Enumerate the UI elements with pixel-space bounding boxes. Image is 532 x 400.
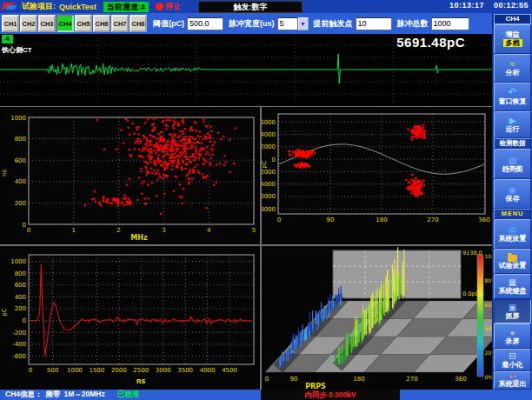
horizontal-divider — [0, 244, 492, 246]
gain-button[interactable]: 增益 多档 — [494, 24, 531, 54]
svg-text:100%: 100% — [485, 253, 493, 259]
channel-button-ch7[interactable]: CH7 — [111, 15, 129, 32]
status-bar: CH4信息： 频带 1M～20MHz 已校准 内同步 0.000kV — [0, 390, 532, 400]
trigger-mode-box[interactable]: 触发:数字 — [198, 1, 303, 13]
current-channel-badge: 当前通道:4 — [103, 2, 149, 12]
title-bar: 试验项目: QuickTest 当前通道:4 停止 触发:数字 10:13:17… — [0, 0, 532, 13]
channel-button-ch2[interactable]: CH2 — [20, 15, 37, 32]
section-menu: MENU — [494, 209, 531, 219]
svg-text:0%: 0% — [485, 374, 493, 380]
pretrigger-label: 提前触发点 — [314, 18, 353, 30]
prpd-phase-chart: 6000400020000-2000-4000-6000-80000901802… — [262, 107, 492, 244]
channel-button-ch1[interactable]: CH1 — [2, 15, 19, 32]
channel-number-badge: 4 — [2, 35, 13, 43]
sync-voltage-readout: 内同步 0.000kV — [261, 390, 400, 400]
svg-text:ns: ns — [1, 170, 8, 177]
stop-label: 停止 — [165, 1, 181, 12]
svg-text:-200: -200 — [12, 330, 26, 337]
vertical-divider — [260, 107, 262, 390]
analysis-button[interactable]: ≈ 分析 — [494, 54, 531, 83]
trend-chart-button[interactable]: ▤ 趋势图 — [494, 149, 531, 179]
svg-text:20%: 20% — [485, 350, 493, 356]
channel-button-ch5[interactable]: CH5 — [75, 15, 92, 32]
svg-text:1000: 1000 — [10, 115, 26, 122]
system-exit-button[interactable]: ↩ 系统退出 — [494, 371, 531, 390]
svg-text:3000: 3000 — [156, 367, 171, 374]
charge-reading: 5691.48pC — [396, 35, 465, 50]
svg-text:270: 270 — [406, 376, 417, 383]
svg-text:1: 1 — [72, 227, 76, 234]
test-settings-button[interactable]: 试验设置 — [494, 249, 531, 274]
svg-text:4000: 4000 — [262, 131, 276, 138]
svg-text:pC: pC — [1, 308, 8, 316]
svg-text:-8000: -8000 — [262, 206, 276, 213]
svg-text:600: 600 — [15, 157, 26, 164]
svg-text:1000: 1000 — [10, 258, 26, 265]
stop-indicator[interactable]: 停止 — [156, 1, 181, 12]
svg-text:90: 90 — [327, 217, 335, 223]
svg-text:pC: pC — [262, 160, 268, 168]
channel-button-ch3[interactable]: CH3 — [38, 15, 56, 32]
exit-icon: ↩ — [509, 373, 516, 380]
stop-icon — [156, 3, 163, 10]
svg-text:270: 270 — [427, 217, 438, 223]
record-icon: ● — [509, 328, 515, 337]
svg-text:MHz: MHz — [130, 234, 148, 242]
chevron-down-icon[interactable]: ▼ — [298, 17, 309, 30]
folder-icon — [508, 255, 517, 262]
sensor-label: 铁心侧CT — [2, 45, 32, 55]
svg-text:4500: 4500 — [222, 367, 237, 374]
svg-text:500: 500 — [47, 367, 58, 374]
svg-text:4000: 4000 — [200, 367, 216, 374]
svg-text:5: 5 — [252, 227, 256, 234]
svg-text:180: 180 — [353, 376, 364, 383]
project-name: QuickTest — [59, 3, 96, 11]
threshold-input[interactable] — [187, 17, 223, 30]
globe-icon: ◎ — [509, 225, 517, 235]
run-button[interactable]: ▶ 运行 — [494, 111, 531, 139]
svg-text:90: 90 — [290, 376, 298, 383]
svg-text:-4000: -4000 — [262, 181, 276, 188]
pulse-total-input[interactable] — [431, 17, 469, 30]
section-detection-data: 检测数据 — [494, 138, 531, 149]
toolbar: CH1 CH2 CH3 CH4 CH5 CH6 CH7 CH8 阈值(pC) 脉… — [0, 13, 492, 34]
save-icon: ◉ — [509, 185, 516, 195]
pd-analyzer-window: 试验项目: QuickTest 当前通道:4 停止 触发:数字 10:13:17… — [0, 0, 532, 400]
svg-text:1500: 1500 — [89, 367, 104, 374]
channel-button-ch8[interactable]: CH8 — [130, 15, 147, 32]
svg-text:6000: 6000 — [262, 119, 276, 126]
screenshot-icon: ▣ — [509, 303, 516, 312]
svg-text:-600: -600 — [12, 353, 26, 360]
channel-button-ch6[interactable]: CH6 — [93, 15, 110, 32]
svg-text:-2000: -2000 — [262, 169, 276, 176]
svg-text:2: 2 — [116, 227, 120, 234]
pretrigger-input[interactable] — [356, 17, 392, 30]
svg-text:600: 600 — [15, 282, 26, 289]
svg-text:0.0pC: 0.0pC — [462, 290, 479, 297]
system-keyboard-button[interactable]: ▦ 系统键盘 — [494, 274, 531, 299]
screen-record-button[interactable]: ● 录屏 — [494, 323, 531, 349]
system-settings-button[interactable]: ◎ 系统设置 — [494, 219, 531, 249]
svg-text:3500: 3500 — [177, 367, 193, 374]
svg-text:0: 0 — [265, 376, 269, 383]
screen-capture-button[interactable]: ▣ 抓屏 — [494, 299, 531, 324]
svg-text:-400: -400 — [12, 341, 26, 348]
svg-text:60%: 60% — [485, 302, 493, 308]
channel-button-ch4[interactable]: CH4 — [57, 15, 74, 32]
svg-text:0: 0 — [272, 157, 276, 163]
gain-mode-badge: 多档 — [503, 39, 522, 47]
save-button[interactable]: ◉ 保存 — [494, 179, 531, 209]
svg-text:40%: 40% — [485, 325, 493, 331]
svg-text:360: 360 — [478, 217, 489, 223]
window-restore-button[interactable]: ↶ 窗口恢复 — [494, 83, 531, 111]
channel-info-label: CH4信息： — [5, 390, 43, 400]
sidebar-channel-header: CH4 — [494, 14, 531, 24]
live-waveform-panel: 4 铁心侧CT 5691.48pC — [0, 34, 492, 106]
svg-text:360: 360 — [455, 376, 466, 383]
pulse-width-value: 5 — [277, 17, 298, 30]
elapsed-time: 00:12:55 — [494, 1, 529, 10]
pulse-width-select[interactable]: 5 ▼ — [277, 17, 309, 30]
minimize-button[interactable]: ⊟ 最小化 — [494, 349, 531, 371]
band-value: 1M～20MHz — [64, 390, 105, 400]
svg-text:180: 180 — [376, 217, 387, 223]
